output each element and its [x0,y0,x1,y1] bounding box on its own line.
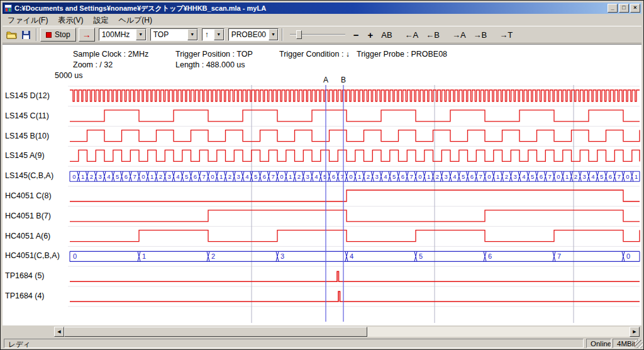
svg-text:1: 1 [635,173,638,180]
zoom-slider[interactable] [289,28,347,41]
svg-text:5: 5 [462,173,465,180]
svg-text:4: 4 [107,173,110,180]
chevron-down-icon[interactable]: ▼ [269,29,278,40]
scroll-right-icon: ▶ [633,329,636,334]
svg-text:4: 4 [384,173,387,180]
status-bar: レディ Online 4MBit [3,338,643,349]
scroll-right-button[interactable]: ▶ [630,327,640,337]
trigger-pos-combo[interactable]: TOP ▼ [150,28,198,41]
chevron-down-icon[interactable]: ▼ [187,29,197,40]
save-button[interactable] [19,28,33,42]
menu-file[interactable]: ファイル(F) [3,14,53,26]
goto-trigger-button[interactable]: →T [496,29,516,41]
svg-text:2: 2 [574,173,577,180]
run-button[interactable]: → [79,28,95,42]
sample-clock-combo[interactable]: 100MHz ▼ [99,28,147,41]
stop-label: Stop [55,30,70,39]
svg-text:4: 4 [453,173,456,180]
horizontal-scrollbar[interactable]: ◀ ▶ [54,327,640,337]
svg-text:6: 6 [401,173,404,180]
minimize-button[interactable]: _ [608,4,618,13]
scroll-left-button[interactable]: ◀ [54,327,64,337]
svg-text:7: 7 [548,173,551,180]
svg-text:0: 0 [142,173,145,180]
svg-text:5: 5 [531,173,534,180]
svg-text:3: 3 [375,173,378,180]
ab-button[interactable]: AB [377,29,396,41]
svg-text:0: 0 [72,173,75,180]
waveform-plot: 0123456701234567012345670123456701234567… [1,82,643,325]
chevron-down-icon[interactable]: ▼ [214,29,224,40]
svg-text:1: 1 [142,252,146,260]
svg-text:6: 6 [332,173,335,180]
svg-text:4: 4 [314,173,318,180]
svg-text:6: 6 [540,173,543,180]
svg-text:7: 7 [202,173,205,180]
zoom-in-button[interactable]: + [363,30,377,40]
zoom-out-button[interactable]: − [349,30,364,40]
trigger-probe-value: PROBE00 [229,29,269,40]
goto-b-right-button[interactable]: →B [470,29,491,41]
svg-text:2: 2 [505,173,508,180]
svg-text:6: 6 [263,173,266,180]
svg-text:6: 6 [488,252,492,260]
toolbar: Stop → 100MHz ▼ TOP ▼ ↑ ▼ PROBE00 ▼ − + … [3,26,641,43]
app-icon [4,4,13,13]
toolbar-separator [282,28,283,41]
open-file-button[interactable] [5,28,19,42]
goto-b-left-button[interactable]: ←B [422,29,443,41]
svg-text:0: 0 [626,173,629,180]
menu-settings[interactable]: 設定 [88,14,113,26]
svg-text:7: 7 [409,173,413,180]
sample-clock-value: 100MHz [99,29,136,40]
trigger-probe-combo[interactable]: PROBE00 ▼ [228,28,279,41]
resize-grip[interactable] [635,340,643,348]
svg-text:2: 2 [211,252,215,260]
svg-text:0: 0 [280,173,283,180]
svg-text:1: 1 [358,173,361,180]
svg-text:2: 2 [90,173,93,180]
svg-text:7: 7 [133,173,136,180]
svg-text:3: 3 [513,173,516,180]
chevron-down-icon[interactable]: ▼ [136,29,146,40]
length-info: Length : 488.000 us [175,60,245,69]
goto-a-right-button[interactable]: →A [448,29,470,41]
window-title: C:¥Documents and Settings¥noname¥デスクトップ¥… [14,4,606,13]
svg-text:0: 0 [557,173,560,180]
menu-view[interactable]: 表示(V) [53,14,88,26]
maximize-button[interactable]: □ [619,4,629,13]
svg-text:0: 0 [211,173,214,180]
svg-text:3: 3 [280,252,284,260]
svg-text:2: 2 [436,173,439,180]
svg-text:1: 1 [81,173,84,180]
svg-text:6: 6 [609,173,612,180]
goto-a-left-button[interactable]: ←A [401,29,423,41]
svg-text:3: 3 [167,173,170,180]
menu-help[interactable]: ヘルプ(H) [113,14,157,26]
svg-text:2: 2 [228,173,231,180]
title-bar[interactable]: C:¥Documents and Settings¥noname¥デスクトップ¥… [3,3,641,14]
stop-button[interactable]: Stop [40,28,76,42]
svg-text:1: 1 [289,173,292,180]
floppy-icon [21,30,31,40]
svg-text:1: 1 [565,173,569,180]
svg-text:7: 7 [271,173,274,180]
svg-text:4: 4 [591,173,594,180]
svg-text:4: 4 [522,173,525,180]
status-ready: レディ [4,339,584,348]
svg-text:6: 6 [470,173,474,180]
svg-text:0: 0 [487,173,491,180]
close-button[interactable]: × [630,4,640,13]
svg-text:2: 2 [367,173,370,180]
sample-clock-info: Sample Clock : 2MHz [73,50,148,59]
svg-text:5: 5 [116,173,119,180]
trigger-edge-combo[interactable]: ↑ ▼ [202,28,225,41]
svg-text:7: 7 [557,252,561,260]
app-window: C:¥Documents and Settings¥noname¥デスクトップ¥… [0,0,644,350]
svg-text:1: 1 [150,173,153,180]
scrollbar-thumb[interactable] [64,327,367,337]
trigger-condition-info: Trigger Condition : ↓ [279,50,350,59]
zoom-slider-thumb[interactable] [296,30,302,39]
svg-text:5: 5 [600,173,603,180]
svg-text:7: 7 [617,173,620,180]
